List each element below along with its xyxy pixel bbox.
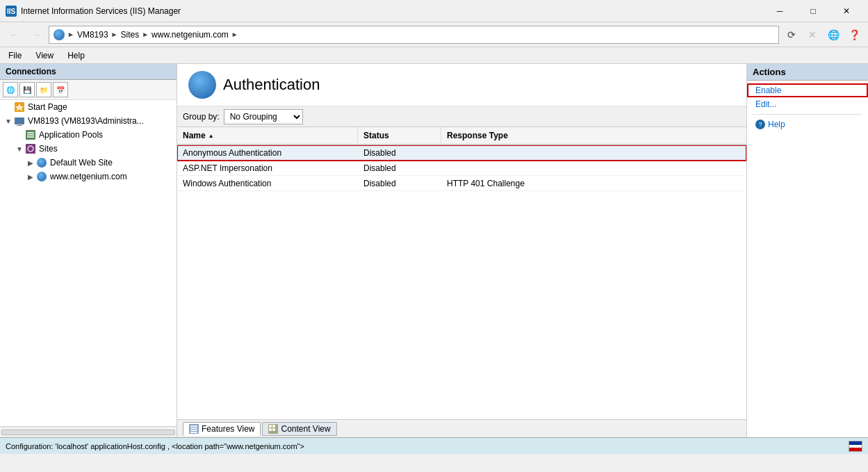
tree-label-default-web: Default Web Site	[50, 158, 113, 168]
path-sites: Sites	[121, 30, 140, 40]
menu-file[interactable]: File	[3, 49, 27, 62]
action-help[interactable]: ? Help	[747, 117, 868, 131]
browse-button[interactable]: 🌐	[824, 25, 843, 44]
svg-rect-15	[190, 428, 197, 429]
tree-arrow-default-web: ▶	[25, 157, 36, 168]
svg-rect-17	[190, 432, 197, 433]
features-view-icon	[189, 424, 199, 434]
tree-item-sites[interactable]: ▼ Sites	[0, 142, 177, 156]
minimize-button[interactable]: ─	[764, 0, 796, 22]
list-header: Name ▲ Status Response Type	[177, 127, 746, 145]
col-header-response[interactable]: Response Type	[441, 128, 746, 143]
svg-rect-16	[190, 430, 197, 431]
group-by-select[interactable]: No Grouping Status Response Type	[224, 109, 303, 124]
address-bar: ← → ► VM8193 ► Sites ► www.netgenium.com…	[0, 22, 868, 47]
content-area: Authentication Group by: No Grouping Sta…	[177, 64, 746, 437]
svg-rect-22	[272, 428, 275, 431]
stop-button[interactable]: ✕	[803, 25, 822, 44]
features-view-label: Features View	[202, 424, 254, 434]
start-page-icon	[14, 101, 25, 113]
path-globe-icon	[54, 29, 65, 40]
content-list: Name ▲ Status Response Type Anonymous Au…	[177, 127, 746, 419]
svg-text:IIS: IIS	[7, 8, 16, 15]
sidebar-header: Connections	[0, 64, 177, 80]
tree-arrow-vm8193: ▼	[3, 115, 14, 127]
path-site-name: www.netgenium.com	[152, 30, 229, 40]
menu-help[interactable]: Help	[62, 49, 90, 62]
netgenium-icon	[36, 171, 47, 182]
window-title: Internet Information Services (IIS) Mana…	[21, 6, 181, 16]
cell-name-anonymous: Anonymous Authentication	[177, 147, 358, 159]
cell-status-aspnet: Disabled	[358, 162, 441, 174]
status-flag-icon	[849, 441, 862, 452]
sort-arrow-name: ▲	[208, 133, 214, 139]
sidebar-tool-3[interactable]: 📁	[36, 82, 51, 97]
sites-icon	[25, 143, 36, 154]
svg-rect-8	[27, 132, 34, 133]
tree-item-vm8193[interactable]: ▼ VM8193 (VM8193\Administra...	[0, 114, 177, 128]
cell-name-windows: Windows Authentication	[177, 177, 358, 190]
cell-status-windows: Disabled	[358, 177, 441, 190]
table-row-aspnet[interactable]: ASP.NET Impersonation Disabled	[177, 161, 746, 176]
tree-item-start-page[interactable]: Start Page	[0, 100, 177, 114]
tab-content-view[interactable]: Content View	[262, 422, 336, 436]
status-text: Configuration: 'localhost' applicationHo…	[6, 442, 304, 450]
svg-rect-19	[269, 425, 272, 428]
col-header-status[interactable]: Status	[358, 128, 441, 143]
help-icon-circle: ?	[755, 120, 765, 129]
address-path: ► VM8193 ► Sites ► www.netgenium.com ►	[49, 26, 779, 44]
toolbar-icons: ⟳ ✕ 🌐 ❓	[782, 25, 864, 44]
tab-features-view[interactable]: Features View	[183, 422, 261, 436]
actions-header: Actions	[747, 64, 868, 81]
sidebar-tool-4[interactable]: 📅	[53, 82, 68, 97]
close-button[interactable]: ✕	[830, 0, 862, 22]
help-toolbar-button[interactable]: ❓	[844, 25, 864, 44]
sidebar: Connections 🌐 💾 📁 📅 Start Page ▼	[0, 64, 177, 437]
svg-rect-4	[15, 117, 24, 124]
svg-rect-11	[26, 144, 35, 154]
title-bar-left: IIS Internet Information Services (IIS) …	[6, 6, 181, 17]
tree-item-netgenium[interactable]: ▶ www.netgenium.com	[0, 170, 177, 184]
status-right	[849, 441, 862, 452]
tree-arrow-pools	[14, 129, 25, 140]
maximize-button[interactable]: □	[797, 0, 829, 22]
col-header-name[interactable]: Name ▲	[177, 128, 358, 143]
action-enable[interactable]: Enable	[747, 83, 868, 97]
tree-item-default-web[interactable]: ▶ Default Web Site	[0, 156, 177, 170]
iis-icon: IIS	[6, 6, 17, 17]
bottom-bar: Features View Content View	[177, 419, 746, 437]
content-title: Authentication	[223, 76, 320, 94]
svg-rect-10	[27, 136, 34, 138]
svg-rect-9	[27, 134, 34, 136]
forward-button[interactable]: →	[26, 25, 46, 44]
cell-response-windows: HTTP 401 Challenge	[441, 177, 746, 190]
refresh-button[interactable]: ⟳	[782, 25, 801, 44]
tree-arrow-start	[3, 101, 14, 113]
tree-label-app-pools: Application Pools	[39, 130, 103, 140]
table-row-windows[interactable]: Windows Authentication Disabled HTTP 401…	[177, 176, 746, 191]
action-edit[interactable]: Edit...	[747, 97, 868, 111]
sidebar-scrollbar[interactable]	[0, 426, 177, 437]
tree-label-vm8193: VM8193 (VM8193\Administra...	[28, 116, 144, 126]
cell-status-anonymous: Disabled	[358, 147, 441, 159]
content-view-icon	[268, 424, 278, 434]
menu-view[interactable]: View	[30, 49, 59, 62]
tree-item-app-pools[interactable]: Application Pools	[0, 128, 177, 142]
back-button[interactable]: ←	[4, 25, 24, 44]
table-row-anonymous[interactable]: Anonymous Authentication Disabled	[177, 145, 746, 161]
sidebar-tree: 🌐 💾 📁 📅 Start Page ▼ VM8193 (VM8193\Admi…	[0, 80, 177, 426]
svg-rect-6	[18, 124, 21, 125]
svg-rect-14	[190, 425, 197, 427]
tree-label-netgenium: www.netgenium.com	[50, 172, 127, 181]
tree-arrow-sites: ▼	[14, 143, 25, 154]
path-vm8193: VM8193	[77, 30, 108, 40]
sidebar-tool-1[interactable]: 🌐	[3, 82, 18, 97]
app-pools-icon	[25, 129, 36, 140]
cell-response-aspnet	[441, 167, 746, 170]
content-view-label: Content View	[281, 424, 330, 434]
actions-body: Enable Edit... ? Help	[747, 81, 868, 134]
svg-rect-5	[17, 125, 22, 126]
cell-response-anonymous	[441, 152, 746, 154]
sidebar-tool-2[interactable]: 💾	[19, 82, 35, 97]
svg-rect-20	[272, 425, 275, 428]
